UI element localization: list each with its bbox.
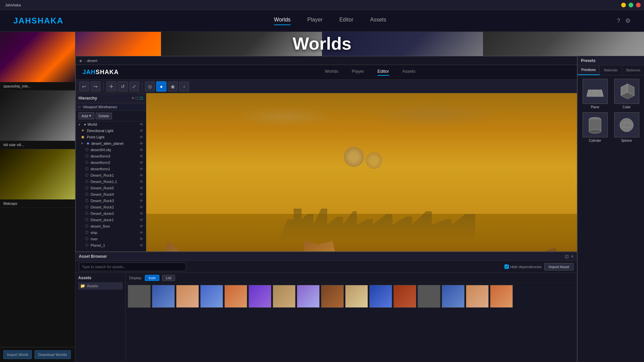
primitive-cylinder[interactable]: Cylinder (581, 112, 609, 142)
inner-tab-assets[interactable]: Assets (402, 69, 416, 76)
tree-vis-2[interactable]: 👁 (140, 154, 143, 158)
tree-vis-1[interactable]: 👁 (140, 148, 143, 152)
tree-vis-15[interactable]: 👁 (140, 237, 143, 241)
asset-search-input[interactable] (79, 262, 186, 271)
tree-vis-14[interactable]: 👁 (140, 231, 143, 235)
primitive-sphere[interactable]: Sphere (612, 112, 641, 142)
outer-tab-assets[interactable]: Assets (370, 17, 386, 25)
hierarchy-expand-btn[interactable]: □ (136, 96, 138, 101)
tree-item-desert-rock4[interactable]: ⬡ Desert_Rock4 👁 (76, 191, 146, 197)
tree-item-desert-planet[interactable]: ▾ ◈ desert_alien_planet 👁 (76, 140, 146, 146)
asset-thumb-6[interactable] (249, 285, 271, 308)
asset-thumb-2[interactable] (152, 285, 175, 308)
outer-tab-player[interactable]: Player (307, 17, 322, 25)
tree-vis-16[interactable]: 👁 (140, 243, 143, 247)
tree-item-planet1[interactable]: ⬡ Planet_1 👁 (76, 242, 146, 248)
tree-item-desert04[interactable]: ⬡ desert04.obj 👁 (76, 146, 146, 153)
asset-thumb-10[interactable] (345, 285, 368, 308)
minimize-button[interactable] (621, 3, 626, 7)
undo-button[interactable]: ↩ (79, 81, 89, 92)
tree-vis-9[interactable]: 👁 (140, 199, 143, 203)
tree-vis-planet[interactable]: 👁 (140, 141, 143, 145)
import-world-button[interactable]: Import World (3, 350, 32, 359)
tab-materials[interactable]: Materials (600, 65, 622, 75)
tree-item-point-light[interactable]: ◉ Point Light 👁 (76, 134, 146, 140)
inner-tab-editor[interactable]: Editor (378, 69, 389, 76)
scale-button[interactable]: ⤢ (129, 81, 139, 92)
tree-item-desert-dune1[interactable]: ⬡ Desert_dune1 👁 (76, 217, 146, 223)
asset-thumb-14[interactable] (442, 285, 465, 308)
hierarchy-add-button[interactable]: Add ▾ (78, 112, 94, 119)
tree-item-desertform1[interactable]: ⬡ desertform1 👁 (76, 166, 146, 172)
primitive-plane[interactable]: Plane (581, 79, 609, 109)
asset-thumb-4[interactable] (200, 285, 223, 308)
tree-vis-3[interactable]: 👁 (140, 161, 143, 165)
tree-vis-12[interactable]: 👁 (140, 218, 143, 222)
assets-folder-item[interactable]: 📁 Assets (78, 282, 123, 290)
tree-item-desert-rock3[interactable]: ⬡ Desert_Rock3 👁 (76, 197, 146, 204)
tree-vis-7[interactable]: 👁 (140, 186, 143, 190)
asset-thumb-15[interactable] (466, 285, 489, 308)
tree-vis-10[interactable]: 👁 (140, 205, 143, 209)
side-card-matcaps[interactable]: Matcaps (0, 149, 75, 208)
asset-thumb-13[interactable] (418, 285, 440, 308)
side-card-spaceship[interactable]: spaceship_inte... (0, 32, 75, 90)
tree-item-desertform3[interactable]: ⬡ desertform3 👁 (76, 153, 146, 159)
hierarchy-viewport-icon[interactable]: ⊡ (140, 96, 143, 101)
cam-back-button[interactable]: ‹ (179, 81, 189, 92)
settings-icon[interactable]: ⚙ (625, 17, 631, 24)
asset-browser-popout-btn[interactable]: ⊡ (565, 254, 569, 259)
asset-thumb-7[interactable] (273, 285, 296, 308)
asset-browser-close-btn[interactable]: × (571, 254, 574, 259)
tree-vis-6[interactable]: 👁 (140, 180, 143, 184)
asset-thumb-8[interactable] (297, 285, 320, 308)
hide-dep-checkbox[interactable] (504, 264, 509, 269)
cam-pan-button[interactable]: ◉ (168, 81, 178, 92)
tree-item-desert-dune3[interactable]: ⬡ Desert_dune3 👁 (76, 210, 146, 217)
tree-item-desert-rock11[interactable]: ⬡ Desert_Rock1.1 👁 (76, 178, 146, 185)
tree-item-desertform2[interactable]: ⬡ desertform2 👁 (76, 159, 146, 166)
cam-fly-button[interactable]: ● (156, 81, 166, 92)
tree-item-ship[interactable]: ⬡ ship 👁 (76, 229, 146, 236)
list-view-button[interactable]: List (162, 275, 175, 281)
close-button[interactable] (636, 3, 641, 7)
tree-item-desert-floor[interactable]: ⬡ desert_floor 👁 (76, 223, 146, 229)
tree-vis-5[interactable]: 👁 (140, 173, 143, 177)
tree-vis-8[interactable]: 👁 (140, 192, 143, 196)
inner-tab-player[interactable]: Player (352, 69, 364, 76)
tree-item-desert-rock1[interactable]: ⬡ Desert_Rock1 👁 (76, 172, 146, 178)
tree-item-river[interactable]: ⬡ river 👁 (76, 236, 146, 242)
import-asset-button[interactable]: Import Asset (544, 263, 574, 270)
tree-vis-world[interactable]: 👁 (140, 122, 143, 126)
rotate-button[interactable]: ↺ (118, 81, 128, 92)
outer-tab-worlds[interactable]: Worlds (274, 17, 291, 25)
asset-thumb-11[interactable] (369, 285, 392, 308)
tree-item-desert-rock5[interactable]: ⬡ Desert_Rock5 👁 (76, 185, 146, 191)
inner-tab-worlds[interactable]: Worlds (325, 69, 338, 76)
tree-vis-13[interactable]: 👁 (140, 224, 143, 228)
asset-thumb-3[interactable] (176, 285, 199, 308)
maximize-button[interactable] (629, 3, 633, 7)
hide-dependencies-label[interactable]: Hide dependencies (504, 264, 542, 269)
tab-primitives[interactable]: Primitives (578, 65, 600, 75)
tree-vis-dir-light[interactable]: 👁 (140, 129, 143, 133)
side-card-hill[interactable]: hill side vill... (0, 90, 75, 149)
asset-thumb-1[interactable] (128, 285, 151, 308)
primitive-cube[interactable]: Cube (612, 79, 641, 109)
asset-thumb-12[interactable] (393, 285, 416, 308)
tree-item-dir-light[interactable]: ☀ Directional Light 👁 (76, 127, 146, 134)
tab-skyboxes[interactable]: Skyboxes (622, 65, 644, 75)
hierarchy-delete-button[interactable]: Delete (96, 113, 112, 119)
cam-orbit-button[interactable]: ◎ (145, 81, 155, 92)
move-button[interactable]: ✛ (106, 81, 116, 92)
tree-item-desert-rock2[interactable]: ⬡ Desert_Rock2 👁 (76, 204, 146, 210)
asset-thumb-16[interactable] (490, 285, 513, 308)
tree-item-world[interactable]: ▾ ● World 👁 (76, 121, 146, 127)
outer-tab-editor[interactable]: Editor (339, 17, 354, 25)
asset-thumb-9[interactable] (321, 285, 344, 308)
icon-view-button[interactable]: Icon (145, 275, 159, 281)
tree-vis-11[interactable]: 👁 (140, 212, 143, 216)
tree-vis-4[interactable]: 👁 (140, 167, 143, 171)
hierarchy-menu-btn[interactable]: ≡ (132, 96, 135, 101)
help-icon[interactable]: ? (617, 17, 620, 24)
